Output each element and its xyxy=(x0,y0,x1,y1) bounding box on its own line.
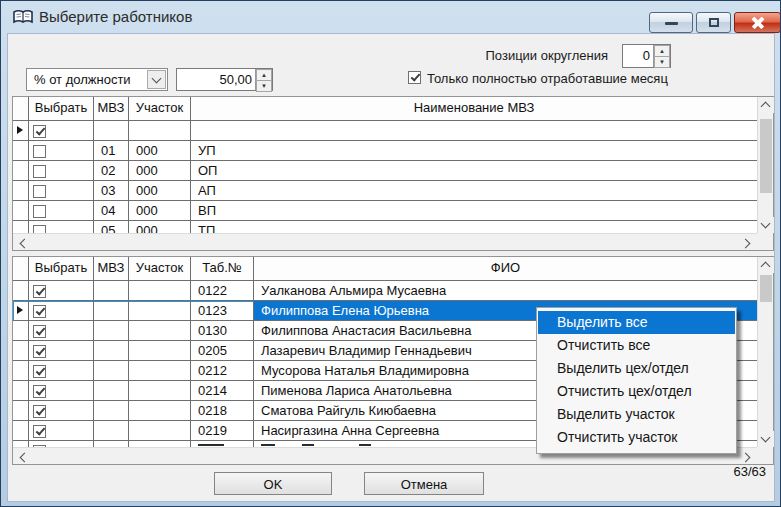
uchastok-cell[interactable]: 000 xyxy=(129,201,191,221)
mvz-cell[interactable] xyxy=(94,361,129,381)
uchastok-cell[interactable]: 000 xyxy=(129,161,191,181)
mvz-cell[interactable] xyxy=(94,341,129,361)
tab-no-cell[interactable]: 0212 xyxy=(191,361,254,381)
mvz-cell[interactable] xyxy=(94,281,129,301)
uchastok-cell[interactable] xyxy=(129,341,191,361)
row-checkbox[interactable] xyxy=(33,405,46,418)
column-header[interactable]: ФИО xyxy=(254,257,757,281)
uchastok-cell[interactable] xyxy=(129,321,191,341)
uchastok-cell[interactable]: 000 xyxy=(129,181,191,201)
select-cell[interactable] xyxy=(29,181,94,201)
tab-no-cell[interactable]: 0130 xyxy=(191,321,254,341)
select-cell[interactable] xyxy=(29,121,94,141)
mvz-cell[interactable] xyxy=(94,381,129,401)
uchastok-cell[interactable]: 000 xyxy=(129,141,191,161)
minimize-button[interactable] xyxy=(649,12,693,33)
scrollbar-thumb[interactable] xyxy=(760,119,772,193)
select-cell[interactable] xyxy=(29,361,94,381)
scroll-left-button[interactable] xyxy=(16,450,30,464)
mvz-cell[interactable]: 05 xyxy=(94,221,129,233)
rounding-spinner[interactable]: 0 ▲ ▼ xyxy=(622,44,671,68)
spin-down-button[interactable]: ▼ xyxy=(654,57,670,68)
maximize-button[interactable] xyxy=(696,12,731,33)
row-checkbox[interactable] xyxy=(33,345,46,358)
rounding-value[interactable]: 0 xyxy=(623,45,653,67)
row-checkbox[interactable] xyxy=(33,305,46,318)
mvz-name-cell[interactable]: ОП xyxy=(191,161,757,181)
row-checkbox[interactable] xyxy=(33,185,46,198)
select-cell[interactable] xyxy=(29,161,94,181)
scroll-down-button[interactable] xyxy=(758,431,774,447)
tab-no-cell[interactable]: 0219 xyxy=(191,421,254,441)
spin-up-button[interactable]: ▲ xyxy=(256,69,272,81)
column-header[interactable]: Наименование МВЗ xyxy=(191,97,757,121)
select-cell[interactable] xyxy=(29,281,94,301)
row-checkbox[interactable] xyxy=(33,385,46,398)
full-month-checkbox[interactable] xyxy=(408,71,421,84)
uchastok-cell[interactable] xyxy=(129,281,191,301)
column-header[interactable]: Выбрать xyxy=(29,257,94,281)
tab-no-cell[interactable]: 0122 xyxy=(191,281,254,301)
row-checkbox[interactable] xyxy=(33,205,46,218)
close-button[interactable] xyxy=(734,12,781,33)
table-row[interactable]: 05 000 ТП xyxy=(13,221,757,233)
spin-up-button[interactable]: ▲ xyxy=(654,45,670,57)
select-cell[interactable] xyxy=(29,141,94,161)
fio-cell[interactable]: Уалканова Альмира Мусаевна xyxy=(254,281,757,301)
menu-item-clear-all[interactable]: Отчистить все xyxy=(538,334,735,357)
mode-select[interactable]: % от должности xyxy=(26,68,168,91)
table-row[interactable]: 03 000 АП xyxy=(13,181,757,201)
table-row[interactable]: 01 000 УП xyxy=(13,141,757,161)
table-row[interactable] xyxy=(13,121,757,141)
mvz-name-cell[interactable]: ВП xyxy=(191,201,757,221)
uchastok-cell[interactable] xyxy=(129,121,191,141)
column-header[interactable]: Таб.№ xyxy=(191,257,254,281)
column-header[interactable]: Выбрать xyxy=(29,97,94,121)
uchastok-cell[interactable] xyxy=(129,301,191,321)
mvz-cell[interactable] xyxy=(94,401,129,421)
table-row[interactable]: 04 000 ВП xyxy=(13,201,757,221)
mvz-cell[interactable] xyxy=(94,301,129,321)
dropdown-button[interactable] xyxy=(147,70,166,89)
row-checkbox[interactable] xyxy=(33,125,46,138)
row-checkbox[interactable] xyxy=(33,425,46,438)
row-checkbox[interactable] xyxy=(33,225,46,233)
uchastok-cell[interactable] xyxy=(129,401,191,421)
mvz-name-cell[interactable]: ТП xyxy=(191,221,757,233)
mvz-name-cell[interactable]: АП xyxy=(191,181,757,201)
mvz-name-cell[interactable] xyxy=(191,121,757,141)
menu-item-clear-dept[interactable]: Отчистить цех/отдел xyxy=(538,380,735,403)
column-header[interactable]: Участок xyxy=(129,97,191,121)
row-checkbox[interactable] xyxy=(33,365,46,378)
cancel-button[interactable]: Отмена xyxy=(364,472,484,495)
mvz-cell[interactable] xyxy=(94,321,129,341)
spin-down-button[interactable]: ▼ xyxy=(256,81,272,92)
scroll-right-button[interactable] xyxy=(740,236,754,250)
menu-item-clear-section[interactable]: Отчистить участок xyxy=(538,426,735,449)
ok-button[interactable]: OK xyxy=(214,472,332,495)
column-header[interactable]: Участок xyxy=(129,257,191,281)
menu-item-select-section[interactable]: Выделить участок xyxy=(538,403,735,426)
mvz-name-cell[interactable]: УП xyxy=(191,141,757,161)
row-checkbox[interactable] xyxy=(33,285,46,298)
title-bar[interactable]: Выберите работников xyxy=(1,1,780,33)
mvz-cell[interactable] xyxy=(94,121,129,141)
column-header[interactable]: МВЗ xyxy=(94,97,129,121)
select-cell[interactable] xyxy=(29,321,94,341)
vertical-scrollbar[interactable] xyxy=(757,97,773,233)
menu-item-select-all[interactable]: Выделить все xyxy=(538,311,735,334)
select-cell[interactable] xyxy=(29,381,94,401)
select-cell[interactable] xyxy=(29,401,94,421)
percent-spinner[interactable]: 50,00 ▲ ▼ xyxy=(176,68,273,91)
uchastok-cell[interactable] xyxy=(129,361,191,381)
uchastok-cell[interactable] xyxy=(129,381,191,401)
mvz-cell[interactable]: 04 xyxy=(94,201,129,221)
mvz-cell[interactable]: 03 xyxy=(94,181,129,201)
percent-value[interactable]: 50,00 xyxy=(177,69,255,90)
table-row[interactable]: 0122 Уалканова Альмира Мусаевна xyxy=(13,281,757,301)
scroll-left-button[interactable] xyxy=(16,236,30,250)
scroll-right-button[interactable] xyxy=(740,450,754,464)
select-cell[interactable] xyxy=(29,301,94,321)
select-cell[interactable] xyxy=(29,201,94,221)
horizontal-scrollbar[interactable] xyxy=(13,233,757,250)
